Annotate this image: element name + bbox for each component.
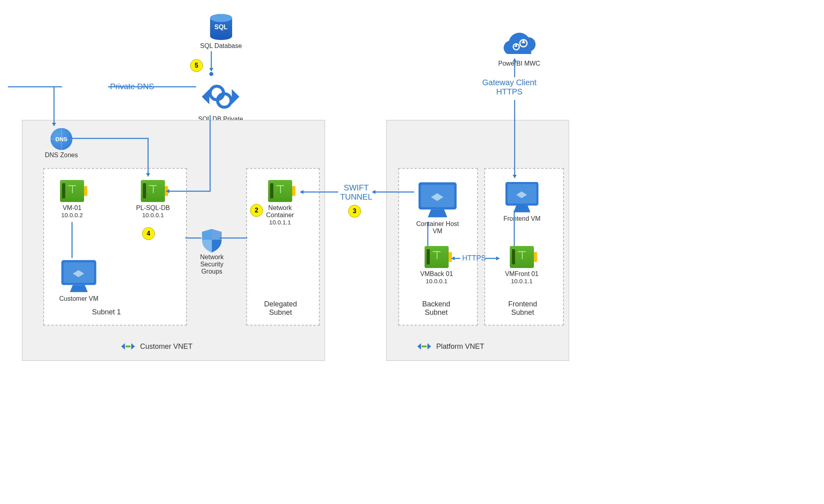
container-host-vm-label: Container Host VM [416,220,459,235]
subnet1-label: Subnet 1 [92,308,121,316]
arrow-hostvm-to-vmback [426,222,430,246]
frontend-subnet-label: Frontend Subnet [508,300,537,317]
platform-vnet-label-box: Platform VNET [416,342,484,352]
arrow-dns-to-plsql [68,138,152,194]
vnet-icon [120,342,136,352]
powerbi-cloud-icon: PowerBI MWC [498,30,540,67]
frontend-vm-icon: Frontend VM [503,180,540,222]
arrow-nsg-left [185,236,201,240]
delegated-subnet-label: Delegated Subnet [264,300,297,317]
swift-tunnel-label: SWIFT TUNNEL [340,183,372,202]
network-container-ip: 10.0.1.1 [269,219,291,226]
container-host-vm-icon: Container Host VM [416,180,459,235]
arrow-privatedns-bend [54,82,64,90]
customer-vnet-label: Customer VNET [140,342,192,351]
powerbi-label: PowerBI MWC [498,60,540,67]
arrow-sql-to-link [209,51,213,77]
arrow-frontendvm-to-vmfront [512,211,516,246]
arrow-https-right [485,255,503,262]
badge-4: 4 [142,227,155,240]
vmfront01-icon: VMFront 01 10.0.1.1 [505,246,539,284]
backend-subnet-label: Backend Subnet [422,300,450,317]
badge-2: 2 [250,204,263,217]
platform-vnet-label: Platform VNET [436,342,484,351]
badge-3: 3 [348,205,361,218]
svg-point-15 [425,346,427,348]
arrow-vm01-to-customervm [70,222,74,258]
customer-vm-label: Customer VM [59,295,98,302]
customer-vm-icon: Customer VM [59,258,98,302]
vm01-ip: 10.0.0.2 [61,212,83,218]
plsqldb-name: PL-SQL-DB [136,204,170,212]
architecture-diagram: SQL SQL Database SQL DB Private Link 5 P… [8,8,592,376]
arrow-gateway-down [511,100,518,180]
nsg-label: Network Security Groups [200,254,224,275]
vm01-name: VM-01 [62,204,81,212]
frontend-vm-label: Frontend VM [503,215,540,222]
vnet-icon [416,342,432,352]
https-label: HTTPS [462,254,486,262]
gateway-client-label: Gateway Client HTTPS [482,78,537,96]
sql-database-label: SQL Database [200,42,242,50]
network-container-icon: Network Container 10.0.1.1 [266,180,294,226]
arrow-link-to-plsql [162,115,214,195]
vmback01-icon: VMBack 01 10.0.0.1 [420,246,453,284]
network-container-name: Network Container [266,204,294,219]
arrow-gateway-up [511,55,518,79]
vmfront01-ip: 10.0.1.1 [511,278,533,284]
plsqldb-ip: 10.0.0.1 [142,212,164,218]
nsg-icon: Network Security Groups [200,228,224,275]
badge-5: 5 [190,59,203,72]
arrow-swift-right [372,188,416,196]
svg-point-17 [209,72,213,76]
arrow-https-left [448,255,462,262]
vmback01-name: VMBack 01 [420,270,453,278]
arrow-swift-left [296,188,340,196]
vmback01-ip: 10.0.0.1 [426,278,447,284]
svg-point-12 [129,346,131,348]
customer-vnet-label-box: Customer VNET [120,342,192,352]
vmfront01-name: VMFront 01 [505,270,539,278]
arrow-nsg-right [219,236,247,240]
sql-database-icon: SQL SQL Database [200,14,242,50]
